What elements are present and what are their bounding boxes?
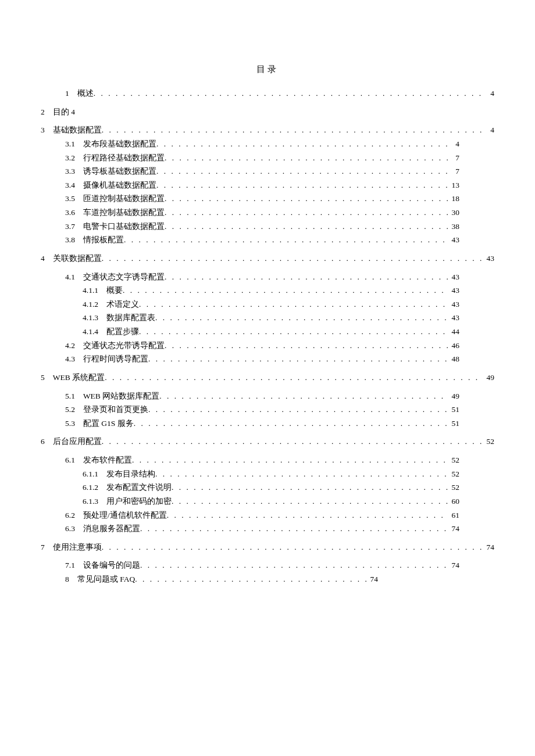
toc-entry-number: 4 [41,252,53,266]
toc-entry[interactable]: 3.5匝道控制基础数据配置18 [41,192,494,206]
toc-dot-leader [123,284,448,298]
toc-entry[interactable]: 5.2登录页和首页更换51 [41,403,494,417]
toc-entry-page: 38 [448,220,460,234]
toc-dot-leader [165,192,448,206]
toc-dot-leader [156,164,452,178]
toc-dot-leader [148,403,448,417]
toc-entry[interactable]: 5WEB 系统配置49 [41,371,494,385]
toc-entry-page: 46 [448,339,460,353]
toc-dot-leader [172,495,448,508]
toc-entry-number: 3.6 [65,206,83,220]
toc-entry-text: 摄像机基础数据配置 [83,178,156,192]
toc-entry-page: 60 [448,495,460,508]
toc-dot-leader [140,522,448,536]
toc-entry-number: 4.1.3 [83,311,106,325]
toc-dot-leader [135,572,366,586]
toc-entry-number: 3.8 [65,233,83,247]
toc-entry-page: 43 [448,270,460,284]
toc-dot-leader [155,467,448,481]
toc-entry[interactable]: 6.1.2发布配置文件说明52 [41,481,494,495]
toc-entry-text: 发布段基础数据配置 [83,137,156,151]
toc-entry-text: 术语定义 [106,298,139,311]
toc-entry-number: 4.1.2 [83,298,106,311]
toc-entry[interactable]: 6.2预处理/通信机软件配置61 [41,508,494,522]
toc-entry[interactable]: 1概述4 [41,87,494,101]
toc-entry[interactable]: 4.1.4配置步骤44 [41,325,494,339]
toc-entry[interactable]: 3.7电警卡口基础数据配置38 [41,220,494,234]
toc-entry[interactable]: 8常见问题或 FAQ74 [41,572,494,586]
toc-entry[interactable]: 4.1.1概要43 [41,284,494,298]
toc-entry[interactable]: 5.1WEB 网站数据库配置49 [41,389,494,403]
toc-dot-leader [139,298,448,311]
toc-entry-number: 5.2 [65,403,83,417]
toc-entry-text: 交通状态文字诱导配置 [83,270,165,284]
toc-entry[interactable]: 7.1设备编号的问题74 [41,558,494,572]
toc-entry[interactable]: 4关联数据配置43 [41,252,494,266]
toc-dot-leader [148,352,448,366]
toc-entry-number: 7 [41,540,53,554]
toc-entry-text: 后台应用配置 [53,435,102,449]
toc-dot-leader [165,151,452,165]
toc-entry-number: 6.1 [65,453,83,467]
toc-entry[interactable]: 6.1.3用户和密码的加密60 [41,495,494,508]
toc-entry[interactable]: 4.1.2术语定义43 [41,298,494,311]
toc-entry[interactable]: 3.6车道控制基础数据配置30 [41,206,494,220]
toc-entry-number: 1 [65,87,77,101]
toc-entry[interactable]: 2目的 4 [41,105,494,119]
toc-entry[interactable]: 3基础数据配置4 [41,123,494,137]
toc-entry[interactable]: 3.3诱导板基础数据配置7 [41,164,494,178]
toc-entry-page: 4 [487,123,494,137]
toc-entry[interactable]: 6.3消息服务器配置74 [41,522,494,536]
toc-dot-leader [167,508,448,522]
toc-entry-number: 4.3 [65,352,83,366]
toc-entry-page: 43 [483,252,495,266]
toc-entry-number: 4.1 [65,270,83,284]
toc-entry-text: 车道控制基础数据配置 [83,206,165,220]
toc-entry-number: 7.1 [65,558,83,572]
toc-entry[interactable]: 3.1发布段基础数据配置4 [41,137,494,151]
toc-entry[interactable]: 6.1.1发布目录结构52 [41,467,494,481]
toc-entry-text: 常见问题或 FAQ [77,572,135,586]
toc-entry-page: 51 [448,417,460,431]
toc-entry-text: 目的 4 [53,105,75,119]
toc-entry[interactable]: 3.2行程路径基础数据配置7 [41,151,494,165]
toc-dot-leader [156,137,452,151]
toc-entry-number: 3 [41,123,53,137]
toc-entry-number: 3.4 [65,178,83,192]
toc-dot-leader [165,220,448,234]
toc-entry-text: 数据库配置表 [106,311,155,325]
toc-entry-number: 3.3 [65,164,83,178]
toc-dot-leader [165,270,448,284]
toc-entry[interactable]: 4.1.3数据库配置表43 [41,311,494,325]
toc-dot-leader [165,206,448,220]
toc-entry[interactable]: 6后台应用配置52 [41,435,494,449]
toc-entry[interactable]: 5.3配置 G1S 服务51 [41,417,494,431]
toc-entry-number: 3.1 [65,137,83,151]
toc-entry[interactable]: 3.4摄像机基础数据配置13 [41,178,494,192]
toc-entry-text: 行程路径基础数据配置 [83,151,165,165]
toc-entry-page: 18 [448,192,460,206]
toc-entry-page: 52 [448,467,460,481]
toc-entry[interactable]: 6.1发布软件配置52 [41,453,494,467]
toc-entry[interactable]: 3.8情报板配置43 [41,233,494,247]
toc-entry-text: 关联数据配置 [53,252,102,266]
toc-entry-text: 行程时间诱导配置 [83,352,148,366]
toc-entry-number: 3.2 [65,151,83,165]
toc-entry-text: 发布软件配置 [83,453,132,467]
toc-dot-leader [102,435,483,449]
toc-entry-text: 情报板配置 [83,233,124,247]
toc-entry-number: 5.1 [65,389,83,403]
toc-entry-text: WEB 网站数据库配置 [83,389,159,403]
toc-entry[interactable]: 7使用注意事项74 [41,540,494,554]
toc-entry[interactable]: 4.1交通状态文字诱导配置43 [41,270,494,284]
toc-entry-page: 43 [448,284,460,298]
toc-entry-text: 配置步骤 [106,325,139,339]
toc-entry-number: 6.1.1 [83,467,106,481]
toc-entry[interactable]: 4.2交通状态光带诱导配置46 [41,339,494,353]
toc-entry[interactable]: 4.3行程时间诱导配置48 [41,352,494,366]
toc-dot-leader [139,325,448,339]
toc-entry-text: 消息服务器配置 [83,522,140,536]
toc-entry-page: 52 [483,435,495,449]
toc-dot-leader [155,311,448,325]
toc-entry-page: 4 [452,137,459,151]
